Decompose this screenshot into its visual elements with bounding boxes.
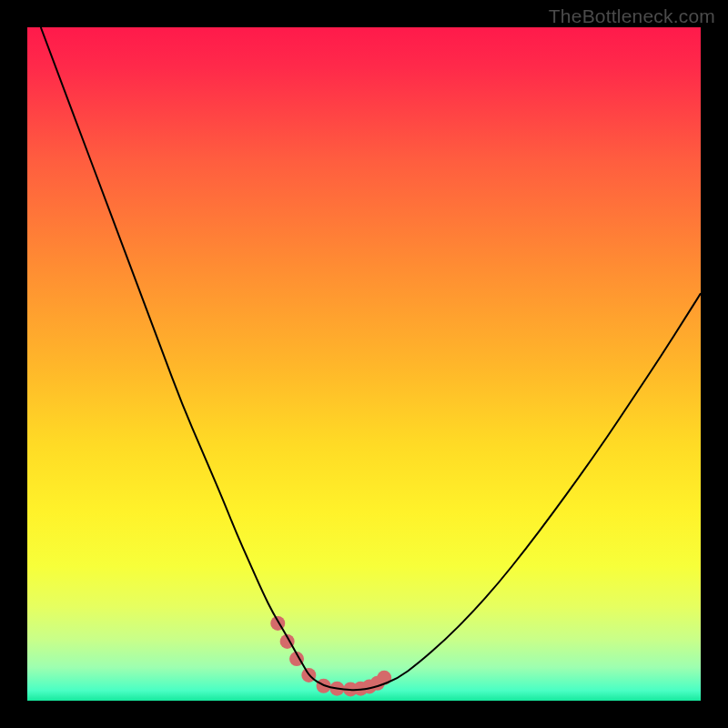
plot-area <box>27 27 701 701</box>
highlight-dots-group <box>270 616 391 697</box>
bottleneck-curve <box>41 27 701 690</box>
watermark-text: TheBottleneck.com <box>549 5 715 27</box>
chart-frame: TheBottleneck.com <box>0 0 728 728</box>
curve-layer <box>27 27 701 701</box>
